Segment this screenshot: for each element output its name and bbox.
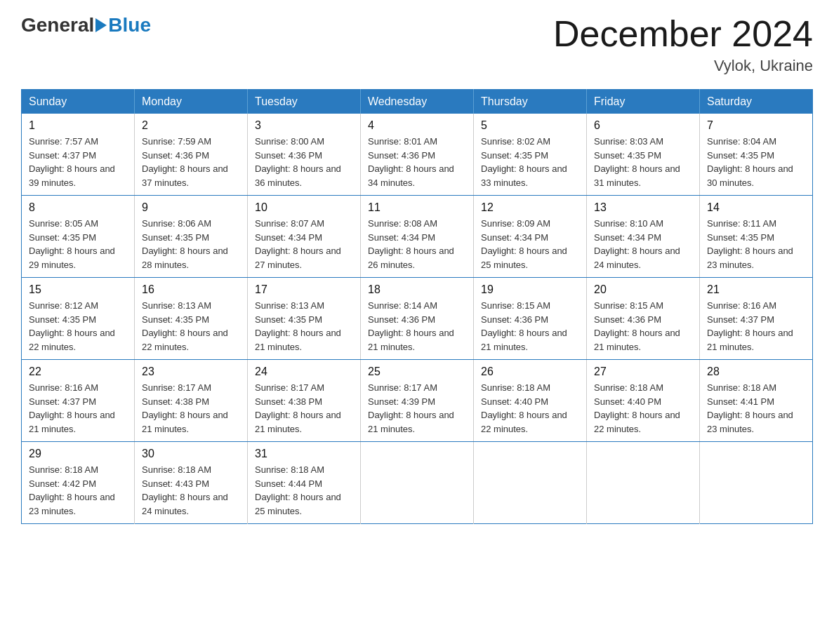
day-number: 27 bbox=[594, 365, 692, 378]
day-info: Sunrise: 8:18 AMSunset: 4:43 PMDaylight:… bbox=[142, 463, 240, 518]
calendar-table: SundayMondayTuesdayWednesdayThursdayFrid… bbox=[21, 89, 813, 524]
calendar-cell: 13Sunrise: 8:10 AMSunset: 4:34 PMDayligh… bbox=[587, 196, 700, 278]
day-header-friday: Friday bbox=[587, 90, 700, 114]
day-number: 17 bbox=[255, 283, 353, 296]
day-info: Sunrise: 8:03 AMSunset: 4:35 PMDaylight:… bbox=[594, 135, 692, 189]
day-info: Sunrise: 8:13 AMSunset: 4:35 PMDaylight:… bbox=[255, 299, 353, 354]
day-info: Sunrise: 8:14 AMSunset: 4:36 PMDaylight:… bbox=[368, 299, 466, 354]
calendar-cell: 10Sunrise: 8:07 AMSunset: 4:34 PMDayligh… bbox=[248, 196, 361, 278]
calendar-cell: 9Sunrise: 8:06 AMSunset: 4:35 PMDaylight… bbox=[135, 196, 248, 278]
day-info: Sunrise: 8:15 AMSunset: 4:36 PMDaylight:… bbox=[481, 299, 579, 354]
day-info: Sunrise: 8:01 AMSunset: 4:36 PMDaylight:… bbox=[368, 135, 466, 189]
week-row-2: 8Sunrise: 8:05 AMSunset: 4:35 PMDaylight… bbox=[22, 196, 813, 278]
day-header-saturday: Saturday bbox=[700, 90, 813, 114]
calendar-cell bbox=[361, 442, 474, 524]
day-info: Sunrise: 7:59 AMSunset: 4:36 PMDaylight:… bbox=[142, 135, 240, 189]
day-number: 2 bbox=[142, 119, 240, 132]
day-number: 7 bbox=[707, 119, 805, 132]
day-number: 22 bbox=[29, 365, 127, 378]
calendar-cell: 2Sunrise: 7:59 AMSunset: 4:36 PMDaylight… bbox=[135, 114, 248, 196]
calendar-cell: 25Sunrise: 8:17 AMSunset: 4:39 PMDayligh… bbox=[361, 360, 474, 442]
day-info: Sunrise: 8:04 AMSunset: 4:35 PMDaylight:… bbox=[707, 135, 805, 189]
day-info: Sunrise: 8:18 AMSunset: 4:40 PMDaylight:… bbox=[481, 381, 579, 436]
day-number: 24 bbox=[255, 365, 353, 378]
day-info: Sunrise: 8:05 AMSunset: 4:35 PMDaylight:… bbox=[29, 217, 127, 271]
day-info: Sunrise: 8:17 AMSunset: 4:39 PMDaylight:… bbox=[368, 381, 466, 436]
day-number: 11 bbox=[368, 201, 466, 214]
day-info: Sunrise: 8:07 AMSunset: 4:34 PMDaylight:… bbox=[255, 217, 353, 271]
day-info: Sunrise: 8:08 AMSunset: 4:34 PMDaylight:… bbox=[368, 217, 466, 271]
calendar-cell: 26Sunrise: 8:18 AMSunset: 4:40 PMDayligh… bbox=[474, 360, 587, 442]
day-info: Sunrise: 8:00 AMSunset: 4:36 PMDaylight:… bbox=[255, 135, 353, 189]
logo: General Blue bbox=[21, 14, 151, 36]
day-number: 19 bbox=[481, 283, 579, 296]
calendar-cell: 29Sunrise: 8:18 AMSunset: 4:42 PMDayligh… bbox=[22, 442, 135, 524]
day-info: Sunrise: 7:57 AMSunset: 4:37 PMDaylight:… bbox=[29, 135, 127, 189]
day-number: 21 bbox=[707, 283, 805, 296]
calendar-cell: 27Sunrise: 8:18 AMSunset: 4:40 PMDayligh… bbox=[587, 360, 700, 442]
day-info: Sunrise: 8:18 AMSunset: 4:40 PMDaylight:… bbox=[594, 381, 692, 436]
calendar-cell: 17Sunrise: 8:13 AMSunset: 4:35 PMDayligh… bbox=[248, 278, 361, 360]
day-header-monday: Monday bbox=[135, 90, 248, 114]
day-number: 1 bbox=[29, 119, 127, 132]
day-info: Sunrise: 8:02 AMSunset: 4:35 PMDaylight:… bbox=[481, 135, 579, 189]
calendar-cell: 14Sunrise: 8:11 AMSunset: 4:35 PMDayligh… bbox=[700, 196, 813, 278]
day-number: 15 bbox=[29, 283, 127, 296]
day-number: 9 bbox=[142, 201, 240, 214]
day-number: 13 bbox=[594, 201, 692, 214]
day-number: 28 bbox=[707, 365, 805, 378]
day-info: Sunrise: 8:06 AMSunset: 4:35 PMDaylight:… bbox=[142, 217, 240, 271]
day-info: Sunrise: 8:16 AMSunset: 4:37 PMDaylight:… bbox=[29, 381, 127, 436]
calendar-cell bbox=[700, 442, 813, 524]
calendar-cell: 31Sunrise: 8:18 AMSunset: 4:44 PMDayligh… bbox=[248, 442, 361, 524]
day-number: 14 bbox=[707, 201, 805, 214]
week-row-5: 29Sunrise: 8:18 AMSunset: 4:42 PMDayligh… bbox=[22, 442, 813, 524]
day-number: 26 bbox=[481, 365, 579, 378]
day-number: 10 bbox=[255, 201, 353, 214]
calendar-cell: 4Sunrise: 8:01 AMSunset: 4:36 PMDaylight… bbox=[361, 114, 474, 196]
day-info: Sunrise: 8:12 AMSunset: 4:35 PMDaylight:… bbox=[29, 299, 127, 354]
month-title: December 2024 bbox=[553, 14, 813, 54]
week-row-1: 1Sunrise: 7:57 AMSunset: 4:37 PMDaylight… bbox=[22, 114, 813, 196]
day-info: Sunrise: 8:18 AMSunset: 4:42 PMDaylight:… bbox=[29, 463, 127, 518]
calendar-cell: 24Sunrise: 8:17 AMSunset: 4:38 PMDayligh… bbox=[248, 360, 361, 442]
calendar-cell: 19Sunrise: 8:15 AMSunset: 4:36 PMDayligh… bbox=[474, 278, 587, 360]
day-info: Sunrise: 8:17 AMSunset: 4:38 PMDaylight:… bbox=[255, 381, 353, 436]
location-subtitle: Vylok, Ukraine bbox=[553, 57, 813, 75]
calendar-cell: 15Sunrise: 8:12 AMSunset: 4:35 PMDayligh… bbox=[22, 278, 135, 360]
calendar-cell bbox=[587, 442, 700, 524]
day-info: Sunrise: 8:16 AMSunset: 4:37 PMDaylight:… bbox=[707, 299, 805, 354]
calendar-cell: 11Sunrise: 8:08 AMSunset: 4:34 PMDayligh… bbox=[361, 196, 474, 278]
calendar-cell: 16Sunrise: 8:13 AMSunset: 4:35 PMDayligh… bbox=[135, 278, 248, 360]
day-info: Sunrise: 8:13 AMSunset: 4:35 PMDaylight:… bbox=[142, 299, 240, 354]
calendar-cell: 30Sunrise: 8:18 AMSunset: 4:43 PMDayligh… bbox=[135, 442, 248, 524]
week-row-4: 22Sunrise: 8:16 AMSunset: 4:37 PMDayligh… bbox=[22, 360, 813, 442]
day-number: 25 bbox=[368, 365, 466, 378]
day-number: 30 bbox=[142, 448, 240, 460]
calendar-cell: 22Sunrise: 8:16 AMSunset: 4:37 PMDayligh… bbox=[22, 360, 135, 442]
calendar-cell: 1Sunrise: 7:57 AMSunset: 4:37 PMDaylight… bbox=[22, 114, 135, 196]
day-number: 16 bbox=[142, 283, 240, 296]
day-number: 23 bbox=[142, 365, 240, 378]
calendar-cell: 7Sunrise: 8:04 AMSunset: 4:35 PMDaylight… bbox=[700, 114, 813, 196]
calendar-cell: 23Sunrise: 8:17 AMSunset: 4:38 PMDayligh… bbox=[135, 360, 248, 442]
day-info: Sunrise: 8:17 AMSunset: 4:38 PMDaylight:… bbox=[142, 381, 240, 436]
day-number: 6 bbox=[594, 119, 692, 132]
calendar-cell: 18Sunrise: 8:14 AMSunset: 4:36 PMDayligh… bbox=[361, 278, 474, 360]
logo-general-text: General bbox=[21, 14, 94, 36]
calendar-cell: 28Sunrise: 8:18 AMSunset: 4:41 PMDayligh… bbox=[700, 360, 813, 442]
day-number: 31 bbox=[255, 448, 353, 460]
calendar-cell bbox=[474, 442, 587, 524]
day-info: Sunrise: 8:11 AMSunset: 4:35 PMDaylight:… bbox=[707, 217, 805, 271]
week-row-3: 15Sunrise: 8:12 AMSunset: 4:35 PMDayligh… bbox=[22, 278, 813, 360]
day-header-sunday: Sunday bbox=[22, 90, 135, 114]
calendar-cell: 5Sunrise: 8:02 AMSunset: 4:35 PMDaylight… bbox=[474, 114, 587, 196]
day-info: Sunrise: 8:18 AMSunset: 4:41 PMDaylight:… bbox=[707, 381, 805, 436]
calendar-cell: 20Sunrise: 8:15 AMSunset: 4:36 PMDayligh… bbox=[587, 278, 700, 360]
day-info: Sunrise: 8:18 AMSunset: 4:44 PMDaylight:… bbox=[255, 463, 353, 518]
logo-blue-text: Blue bbox=[108, 14, 151, 36]
day-info: Sunrise: 8:10 AMSunset: 4:34 PMDaylight:… bbox=[594, 217, 692, 271]
day-number: 3 bbox=[255, 119, 353, 132]
calendar-cell: 8Sunrise: 8:05 AMSunset: 4:35 PMDaylight… bbox=[22, 196, 135, 278]
day-header-thursday: Thursday bbox=[474, 90, 587, 114]
